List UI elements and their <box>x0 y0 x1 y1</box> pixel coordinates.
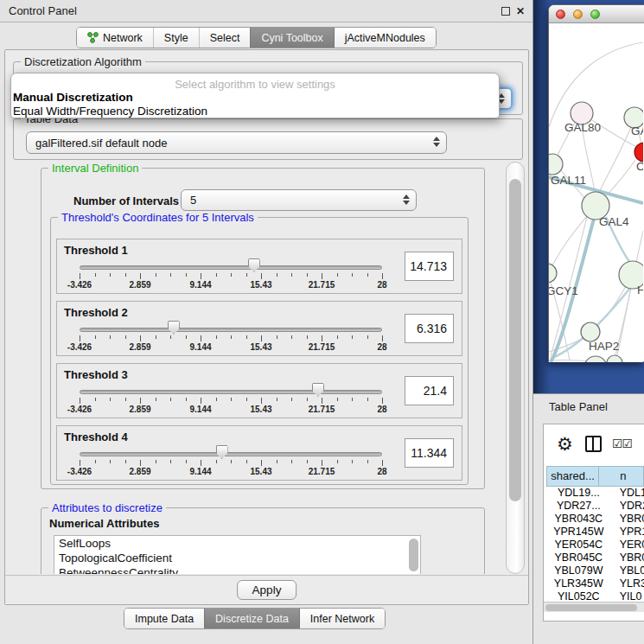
column-header-name[interactable]: n <box>599 466 644 487</box>
apply-button[interactable]: Apply <box>237 580 297 600</box>
network-node[interactable] <box>581 322 600 341</box>
popup-option-manual-discretization[interactable]: Manual Discretization <box>11 91 499 105</box>
tab-discretize-data-label: Discretize Data <box>215 613 289 625</box>
table-row[interactable]: YLR345WYLR3 <box>544 577 644 590</box>
tab-select[interactable]: Select <box>199 28 251 48</box>
select-columns-icon[interactable]: ☑☑ <box>612 437 632 450</box>
cell-name[interactable]: YBR0 <box>611 513 644 526</box>
popup-option-equal-width[interactable]: Equal Width/Frequency Discretization <box>11 105 499 118</box>
table-panel-header: Table Panel <box>533 393 644 418</box>
cell-name[interactable]: YBL0 <box>611 564 644 577</box>
close-icon[interactable]: ✕ <box>515 6 526 16</box>
tab-jactivemnodules[interactable]: jActiveMNodules <box>334 28 436 48</box>
table-row[interactable]: YDL19...YDL1 <box>544 487 644 500</box>
tick-label: 9.144 <box>189 467 211 476</box>
cell-name[interactable]: YDR2 <box>611 500 644 513</box>
network-node[interactable] <box>549 264 557 283</box>
cell-name[interactable]: YPR1 <box>611 526 644 539</box>
table-row[interactable]: YIL052CYIL0 <box>544 590 644 602</box>
table-row[interactable]: YDR27...YDR2 <box>544 500 644 513</box>
threshold-3-slider[interactable] <box>80 390 382 394</box>
settings-scrollbar-thumb[interactable] <box>509 179 521 501</box>
columns-layout-icon[interactable] <box>585 436 602 452</box>
attribute-list-item[interactable]: BetweennessCentrality <box>54 565 420 574</box>
tab-impute-data[interactable]: Impute Data <box>124 609 204 628</box>
network-node[interactable] <box>634 143 643 162</box>
tab-network[interactable]: Network <box>77 28 153 48</box>
tick-mark <box>322 335 322 341</box>
tick-label: 15.43 <box>250 342 271 352</box>
table-panel-title: Table Panel <box>549 400 608 413</box>
cell-shared-name[interactable]: YDR27... <box>546 500 611 513</box>
tab-style[interactable]: Style <box>153 28 199 48</box>
cell-shared-name[interactable]: YLR345W <box>546 577 611 590</box>
threshold-2-slider-thumb[interactable] <box>168 321 180 335</box>
table-row[interactable]: YBR045CYBR0 <box>544 552 644 564</box>
minimize-traffic-light-icon[interactable] <box>573 10 583 19</box>
settings-scrollbar[interactable] <box>506 162 525 574</box>
cell-shared-name[interactable]: YIL052C <box>546 590 611 602</box>
tick-mark <box>307 398 308 401</box>
cell-shared-name[interactable]: YPR145W <box>546 526 611 539</box>
threshold-4-value-input[interactable]: 11.344 <box>405 438 454 468</box>
cell-shared-name[interactable]: YDL19... <box>546 487 611 500</box>
cell-name[interactable]: YLR3 <box>611 577 644 590</box>
threshold-3-slider-thumb[interactable] <box>312 383 324 397</box>
tick-mark <box>186 273 187 277</box>
threshold-3-value-input[interactable]: 21.4 <box>405 376 454 405</box>
table-row[interactable]: YBL079WYBL0 <box>544 564 644 577</box>
tick-mark <box>337 398 338 401</box>
tick-label: -3.426 <box>67 280 92 290</box>
network-node[interactable] <box>584 356 607 362</box>
tick-mark <box>80 335 80 341</box>
table-horizontal-scrollbar[interactable] <box>544 602 644 612</box>
cell-shared-name[interactable]: YBL079W <box>546 564 611 577</box>
cell-name[interactable]: YIL0 <box>611 590 644 602</box>
interval-definition-group: Interval Definition Number of Intervals … <box>41 168 485 489</box>
table-row[interactable]: YPR145WYPR1 <box>544 526 644 539</box>
cell-shared-name[interactable]: YBR045C <box>546 552 611 564</box>
number-of-intervals-combobox[interactable]: 5 <box>181 189 417 211</box>
table-row[interactable]: YBR043CYBR0 <box>544 513 644 526</box>
threshold-2-slider[interactable] <box>80 328 382 332</box>
column-header-shared-name[interactable]: shared... <box>546 466 599 487</box>
table-hscrollbar-thumb[interactable] <box>545 604 637 611</box>
cell-name[interactable]: YER0 <box>611 539 644 552</box>
close-traffic-light-icon[interactable] <box>556 10 565 19</box>
tick-mark <box>291 460 292 463</box>
network-edge <box>594 284 627 328</box>
table-data-combobox[interactable]: galFiltered.sif default node <box>26 131 447 154</box>
numerical-attributes-list[interactable]: SelfLoopsTopologicalCoefficientBetweenne… <box>54 535 421 574</box>
network-node[interactable] <box>607 355 622 362</box>
tab-infer-network[interactable]: Infer Network <box>299 609 385 628</box>
cell-shared-name[interactable]: YBR043C <box>546 513 611 526</box>
threshold-1-slider[interactable] <box>80 265 382 270</box>
table-rows[interactable]: YDL19...YDL1YDR27...YDR2YBR043CYBR0YPR14… <box>544 487 644 602</box>
node-label: HAP2 <box>589 340 619 353</box>
tick-mark <box>352 398 353 401</box>
threshold-1-slider-thumb[interactable] <box>248 258 260 272</box>
settings-scroll-viewport: Interval Definition Number of Intervals … <box>10 162 501 574</box>
tick-label: -3.426 <box>67 405 92 414</box>
float-window-icon[interactable] <box>501 7 510 16</box>
threshold-4-slider-thumb[interactable] <box>216 445 228 459</box>
table-row[interactable]: YER054CYER0 <box>544 539 644 552</box>
threshold-2-value-input[interactable]: 6.316 <box>405 314 454 343</box>
network-node[interactable] <box>549 154 563 175</box>
zoom-traffic-light-icon[interactable] <box>590 10 600 19</box>
cell-name[interactable]: YDL1 <box>611 487 644 500</box>
combo-spinner-icon <box>403 194 410 205</box>
tab-cyni-toolbox[interactable]: Cyni Toolbox <box>250 28 333 48</box>
threshold-4-slider[interactable] <box>80 452 382 456</box>
gear-icon[interactable]: ⚙ <box>557 434 573 455</box>
threshold-1-value-input[interactable]: 14.713 <box>405 252 454 281</box>
network-canvas[interactable]: GAL80GACGAL11GAL4GCY1HHAP2 <box>549 23 643 362</box>
attribute-list-item[interactable]: TopologicalCoefficient <box>54 551 420 565</box>
cell-shared-name[interactable]: YER054C <box>546 539 611 552</box>
tick-mark <box>125 335 126 339</box>
slider-ticks <box>80 335 382 342</box>
tab-discretize-data[interactable]: Discretize Data <box>204 609 299 628</box>
list-scrollbar[interactable] <box>409 539 418 571</box>
attribute-list-item[interactable]: SelfLoops <box>54 536 420 551</box>
cell-name[interactable]: YBR0 <box>611 552 644 564</box>
